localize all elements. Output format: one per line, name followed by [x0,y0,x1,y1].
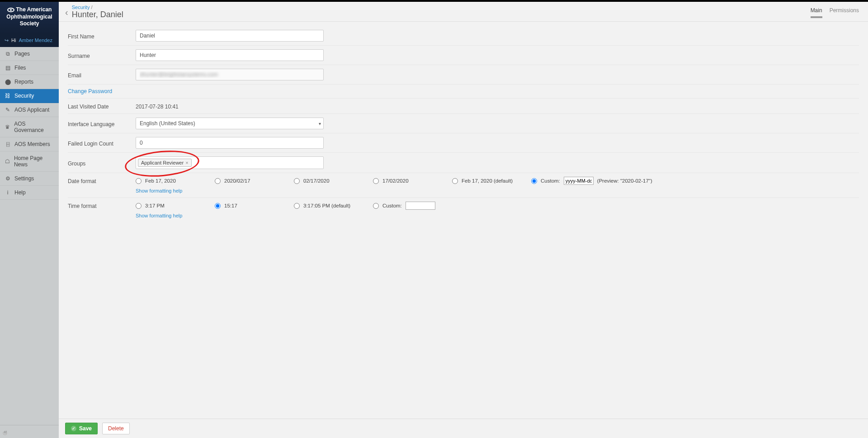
sidebar-item-label: AOS Governance [14,121,54,133]
date-format-option-1[interactable]: 2020/02/17 [215,178,294,184]
surname-label: Surname [68,52,136,59]
back-chevron-icon[interactable]: ‹ [65,5,68,18]
failed-login-input[interactable] [136,137,324,149]
breadcrumb-sep: / [91,5,92,10]
surname-input[interactable] [136,49,324,61]
first-name-label: First Name [68,32,136,40]
time-format-label: Time format [68,202,136,209]
failed-login-label: Failed Login Count [68,139,136,147]
members-icon: ⌸ [5,141,11,147]
sidebar-item-settings[interactable]: ⚙Settings [0,172,59,186]
sidebar-item-aos-applicant[interactable]: ✎AOS Applicant [0,103,59,117]
change-password-link[interactable]: Change Password [68,88,112,94]
save-button-label: Save [79,425,92,432]
settings-icon: ⚙ [5,175,11,182]
groups-label: Groups [68,159,136,167]
check-icon: ✓ [71,426,76,431]
sidebar-item-home-page-news[interactable]: ☖Home Page News [0,151,59,172]
date-format-custom-input[interactable] [564,177,594,185]
user-name[interactable]: Amber Mendez [19,38,52,43]
sidebar-item-aos-members[interactable]: ⌸AOS Members [0,137,59,151]
group-tag-label: Applicant Reviewer [141,160,184,165]
tab-main[interactable]: Main [811,7,822,18]
date-format-option-0[interactable]: Feb 17, 2020 [136,178,215,184]
sidebar: The American Ophthalmological Society ↪ … [0,2,59,438]
sidebar-item-label: Pages [14,51,30,57]
sidebar-item-label: Home Page News [14,155,54,168]
user-row[interactable]: ↪ Hi Amber Mendez [0,34,59,47]
date-format-preview: (Preview: "2020-02-17") [597,178,652,184]
news-icon: ☖ [5,158,10,165]
security-icon: ⛓ [5,93,11,99]
first-name-input[interactable] [136,30,324,42]
brand-line1: The American [16,6,52,13]
save-button[interactable]: ✓ Save [65,423,98,434]
last-visited-value: 2017-07-28 10:41 [136,102,179,110]
pages-icon: ⧉ [5,51,11,57]
remove-tag-icon[interactable]: × [185,160,188,165]
date-format-help-link[interactable]: Show formatting help [136,188,182,193]
breadcrumb-root[interactable]: Security [72,5,90,10]
footer-bar: ✓ Save Delete [59,419,868,438]
sidebar-nav: ⧉Pages ▤Files ⬤Reports ⛓Security ✎AOS Ap… [0,47,59,200]
time-format-option-0[interactable]: 3:17 PM [136,203,215,209]
brand-logo: The American Ophthalmological Society [0,2,59,34]
header-tabs: Main Permissions [811,5,859,18]
interface-language-select[interactable] [136,118,324,129]
sidebar-item-reports[interactable]: ⬤Reports [0,75,59,89]
page-title: Hunter, Daniel [72,10,123,19]
sidebar-item-label: Security [14,93,34,99]
help-icon: i [5,189,11,196]
time-format-custom-input[interactable] [406,202,435,210]
logout-icon[interactable]: ↪ [5,38,9,43]
sidebar-item-pages[interactable]: ⧉Pages [0,47,59,61]
brand-line2: Ophthalmological [3,14,56,21]
sidebar-item-label: Reports [14,79,33,85]
date-format-options: Feb 17, 2020 2020/02/17 02/17/2020 17/02… [136,177,859,185]
breadcrumb: Security / [72,5,123,10]
sidebar-item-label: AOS Members [14,141,50,147]
page-header: ‹ Security / Hunter, Daniel Main Permiss… [59,2,868,22]
governance-icon: ♛ [5,124,10,130]
brand-line3: Society [3,20,56,28]
sidebar-item-label: Settings [14,175,34,182]
time-format-option-custom[interactable]: Custom: [373,202,452,210]
date-format-label: Date format [68,177,136,184]
sidebar-item-label: AOS Applicant [14,107,49,113]
time-format-help-link[interactable]: Show formatting help [136,213,182,218]
date-format-option-2[interactable]: 02/17/2020 [294,178,373,184]
group-tag[interactable]: Applicant Reviewer × [138,159,192,167]
loading-spinner-icon [3,431,7,435]
sidebar-item-label: Help [14,189,26,196]
user-greeting: Hi [11,38,16,43]
time-format-options: 3:17 PM 15:17 3:17:05 PM (default) Custo… [136,202,859,210]
date-format-option-3[interactable]: 17/02/2020 [373,178,452,184]
eye-icon [7,8,14,12]
form-area: First Name Surname Email Change Password… [59,22,868,419]
last-visited-label: Last Visited Date [68,102,136,110]
email-input[interactable] [136,69,324,80]
sidebar-item-help[interactable]: iHelp [0,186,59,200]
sidebar-item-files[interactable]: ▤Files [0,61,59,75]
time-format-option-1[interactable]: 15:17 [215,203,294,209]
sidebar-item-security[interactable]: ⛓Security [0,89,59,103]
delete-button[interactable]: Delete [102,423,130,434]
interface-language-label: Interface Language [68,120,136,127]
date-format-option-4[interactable]: Feb 17, 2020 (default) [452,178,531,184]
groups-field[interactable]: Applicant Reviewer × [136,156,324,169]
applicant-icon: ✎ [5,107,11,113]
email-label: Email [68,71,136,79]
sidebar-item-label: Files [14,65,26,71]
delete-button-label: Delete [108,425,124,432]
tab-permissions[interactable]: Permissions [830,7,859,18]
date-format-option-custom[interactable]: Custom: (Preview: "2020-02-17") [531,177,859,185]
time-format-option-2[interactable]: 3:17:05 PM (default) [294,203,373,209]
sidebar-collapse-handle[interactable]: « [0,425,59,438]
files-icon: ▤ [5,65,11,71]
sidebar-item-aos-governance[interactable]: ♛AOS Governance [0,117,59,137]
reports-icon: ⬤ [5,79,11,85]
